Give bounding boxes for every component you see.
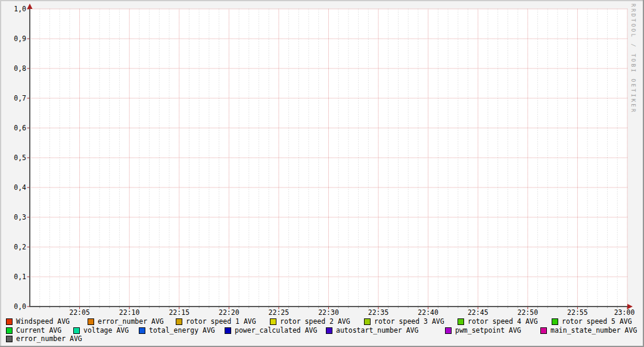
legend-color-swatch bbox=[326, 327, 332, 334]
legend-item: total_energy AVG bbox=[139, 327, 215, 334]
legend-item: voltage AVG bbox=[73, 327, 129, 334]
legend-item: rotor speed 4 AVG bbox=[458, 318, 538, 325]
legend-label: rotor speed 5 AVG bbox=[562, 317, 632, 326]
legend-label: rotor speed 2 AVG bbox=[280, 317, 350, 326]
legend: Windspeed AVGerror_number AVGrotor speed… bbox=[0, 0, 644, 347]
watermark-text: RRDTOOL / TOBI OETIKER bbox=[630, 4, 636, 114]
legend-label: autostart_number AVG bbox=[336, 326, 418, 335]
legend-color-swatch bbox=[445, 327, 452, 334]
legend-label: Current AVG bbox=[16, 326, 61, 335]
legend-label: total_energy AVG bbox=[149, 326, 215, 335]
legend-label: main_state_number AVG bbox=[550, 326, 637, 335]
legend-color-swatch bbox=[270, 318, 276, 325]
legend-label: error_number AVG bbox=[98, 317, 164, 326]
legend-item: Windspeed AVG bbox=[6, 318, 70, 325]
legend-label: power_calculated AVG bbox=[235, 326, 317, 335]
legend-label: voltage AVG bbox=[83, 326, 129, 335]
legend-color-swatch bbox=[364, 318, 371, 325]
legend-color-swatch bbox=[139, 327, 145, 334]
legend-item: rotor speed 3 AVG bbox=[364, 318, 444, 325]
frame-border-top bbox=[0, 0, 644, 1]
legend-item: power_calculated AVG bbox=[225, 327, 317, 334]
legend-color-swatch bbox=[6, 318, 13, 325]
legend-label: pwm_setpoint AVG bbox=[455, 326, 521, 335]
legend-label: rotor speed 3 AVG bbox=[374, 317, 444, 326]
legend-item: rotor speed 2 AVG bbox=[270, 318, 350, 325]
legend-item: autostart_number AVG bbox=[326, 327, 418, 334]
legend-item: rotor speed 1 AVG bbox=[176, 318, 256, 325]
legend-color-swatch bbox=[6, 327, 13, 334]
legend-color-swatch bbox=[552, 318, 558, 325]
legend-color-swatch bbox=[225, 327, 231, 334]
legend-label: error_number AVG bbox=[16, 335, 82, 343]
legend-color-swatch bbox=[458, 318, 464, 325]
legend-item: pwm_setpoint AVG bbox=[445, 327, 521, 334]
legend-label: rotor speed 1 AVG bbox=[186, 317, 256, 326]
legend-item: Current AVG bbox=[6, 327, 61, 334]
legend-color-swatch bbox=[73, 327, 80, 334]
legend-item: error_number AVG bbox=[88, 318, 164, 325]
legend-item: main_state_number AVG bbox=[540, 327, 637, 334]
legend-item: error_number AVG bbox=[6, 335, 82, 342]
legend-label: Windspeed AVG bbox=[16, 317, 70, 326]
legend-label: rotor speed 4 AVG bbox=[468, 317, 538, 326]
legend-color-swatch bbox=[88, 318, 94, 325]
frame-border-left bbox=[0, 0, 1, 347]
rrdtool-graph: 1,00,90,80,70,60,50,40,30,20,10,0 22:052… bbox=[0, 0, 644, 347]
legend-color-swatch bbox=[6, 336, 13, 342]
legend-color-swatch bbox=[176, 318, 182, 325]
legend-item: rotor speed 5 AVG bbox=[552, 318, 632, 325]
legend-color-swatch bbox=[540, 327, 547, 334]
